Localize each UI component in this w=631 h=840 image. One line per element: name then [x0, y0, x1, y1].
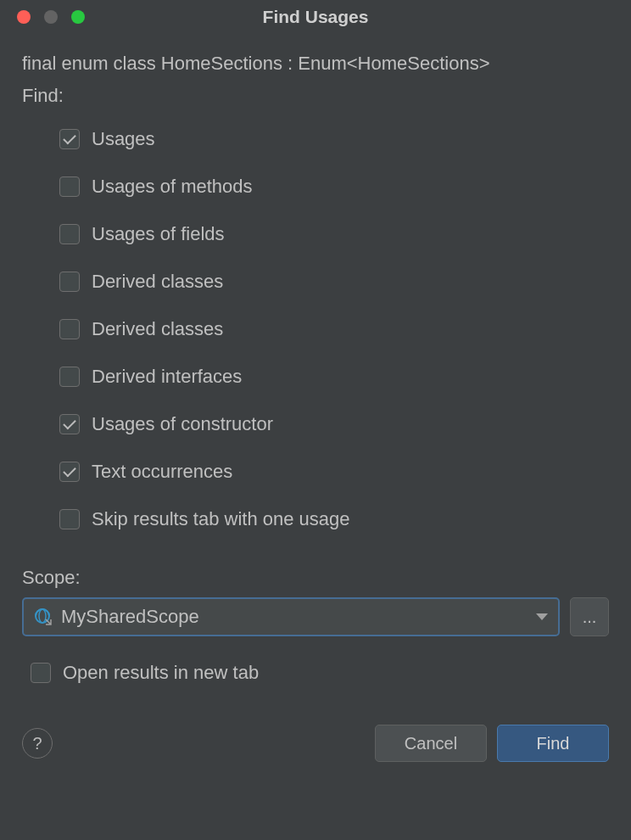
option-label: Text occurrences [92, 461, 232, 483]
option-row: Derived interfaces [59, 353, 609, 400]
option-checkbox[interactable] [59, 272, 80, 292]
option-label: Derived interfaces [92, 366, 242, 388]
option-row: Skip results tab with one usage [59, 496, 609, 543]
svg-point-1 [39, 609, 46, 623]
help-button[interactable]: ? [22, 728, 53, 759]
open-new-tab-label: Open results in new tab [63, 662, 259, 684]
window-controls [17, 10, 85, 24]
option-label: Derived classes [92, 271, 223, 293]
option-row: Derived classes [59, 305, 609, 353]
close-window-button[interactable] [17, 10, 31, 24]
option-label: Usages of constructor [92, 413, 273, 435]
titlebar: Find Usages [0, 0, 631, 34]
find-label: Find: [22, 85, 609, 107]
scope-row: MySharedScope ... [22, 597, 609, 636]
scope-ellipsis-button[interactable]: ... [570, 597, 609, 636]
option-row: Usages of constructor [59, 400, 609, 448]
find-button[interactable]: Find [497, 725, 609, 762]
option-label: Derived classes [92, 318, 223, 340]
option-label: Usages [92, 128, 155, 150]
element-declaration: final enum class HomeSections : Enum<Hom… [22, 53, 609, 75]
maximize-window-button[interactable] [71, 10, 85, 24]
option-row: Usages [59, 115, 609, 163]
option-label: Usages of fields [92, 223, 225, 245]
scope-section: Scope: MySharedScope ... [22, 567, 609, 636]
window-title: Find Usages [263, 7, 369, 27]
option-checkbox[interactable] [59, 509, 80, 529]
option-checkbox[interactable] [59, 367, 80, 387]
option-row: Usages of fields [59, 210, 609, 258]
scope-dropdown[interactable]: MySharedScope [22, 597, 560, 636]
scope-label: Scope: [22, 567, 609, 589]
option-label: Skip results tab with one usage [92, 508, 350, 530]
minimize-window-button[interactable] [44, 10, 58, 24]
option-checkbox[interactable] [59, 129, 80, 149]
find-options: UsagesUsages of methodsUsages of fieldsD… [22, 115, 609, 543]
option-row: Usages of methods [59, 163, 609, 210]
option-row: Text occurrences [59, 448, 609, 496]
scope-shared-icon [34, 608, 53, 626]
dialog-content: final enum class HomeSections : Enum<Hom… [0, 34, 631, 684]
option-checkbox[interactable] [59, 176, 80, 197]
option-checkbox[interactable] [59, 319, 80, 339]
option-label: Usages of methods [92, 176, 253, 198]
option-row: Derived classes [59, 258, 609, 305]
option-checkbox[interactable] [59, 224, 80, 244]
cancel-button[interactable]: Cancel [375, 725, 487, 762]
chevron-down-icon [536, 613, 548, 620]
option-checkbox[interactable] [59, 462, 80, 482]
open-new-tab-row: Open results in new tab [22, 662, 609, 684]
dialog-footer: ? Cancel Find [0, 725, 631, 762]
option-checkbox[interactable] [59, 414, 80, 434]
open-new-tab-checkbox[interactable] [31, 663, 51, 683]
scope-selected-value: MySharedScope [61, 606, 199, 628]
